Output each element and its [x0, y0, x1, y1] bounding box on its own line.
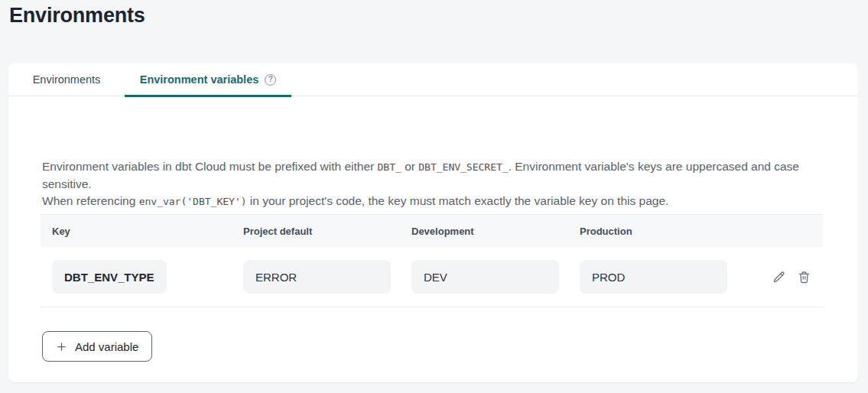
production-value: PROD	[580, 260, 727, 294]
environment-variables-panel: Environments Environment variables ? Env…	[8, 63, 858, 382]
description-segment: Environment variables in dbt Cloud must …	[42, 160, 378, 173]
code-env-var-example: env_var('DBT_KEY')	[139, 196, 247, 207]
description-text: Environment variables in dbt Cloud must …	[42, 158, 830, 210]
delete-variable-button[interactable]	[796, 269, 811, 284]
project-default-value: ERROR	[243, 260, 391, 294]
column-header-project-default: Project default	[232, 226, 400, 237]
column-header-development: Development	[400, 226, 568, 237]
trash-icon	[797, 270, 811, 284]
column-header-production: Production	[568, 226, 736, 237]
table-row: DBT_ENV_TYPE ERROR DEV PROD	[41, 247, 823, 307]
plus-icon	[56, 341, 67, 352]
tab-bar: Environments Environment variables ?	[8, 63, 858, 96]
tab-environments[interactable]: Environments	[8, 63, 125, 96]
edit-variable-button[interactable]	[771, 269, 786, 284]
variables-table: Key Project default Development Producti…	[41, 214, 823, 307]
development-value: DEV	[411, 260, 559, 294]
description-segment: or	[401, 160, 418, 173]
tab-environments-label: Environments	[33, 73, 101, 86]
add-variable-label: Add variable	[75, 340, 138, 353]
table-header-row: Key Project default Development Producti…	[41, 214, 823, 247]
add-variable-button[interactable]: Add variable	[42, 331, 152, 362]
help-circle-icon[interactable]: ?	[265, 74, 276, 86]
description-segment: in your project's code, the key must mat…	[247, 194, 669, 207]
tab-environment-variables[interactable]: Environment variables ?	[125, 63, 291, 96]
pencil-icon	[772, 270, 786, 284]
tab-environment-variables-label: Environment variables	[140, 73, 259, 86]
column-header-key: Key	[41, 226, 232, 237]
row-actions	[736, 269, 823, 284]
description-segment: When referencing	[42, 194, 139, 207]
code-dbt-env-secret-prefix: DBT_ENV_SECRET_	[418, 161, 508, 173]
code-dbt-prefix: DBT_	[378, 161, 401, 173]
variable-key-value: DBT_ENV_TYPE	[52, 260, 167, 294]
page-title: Environments	[9, 4, 145, 28]
